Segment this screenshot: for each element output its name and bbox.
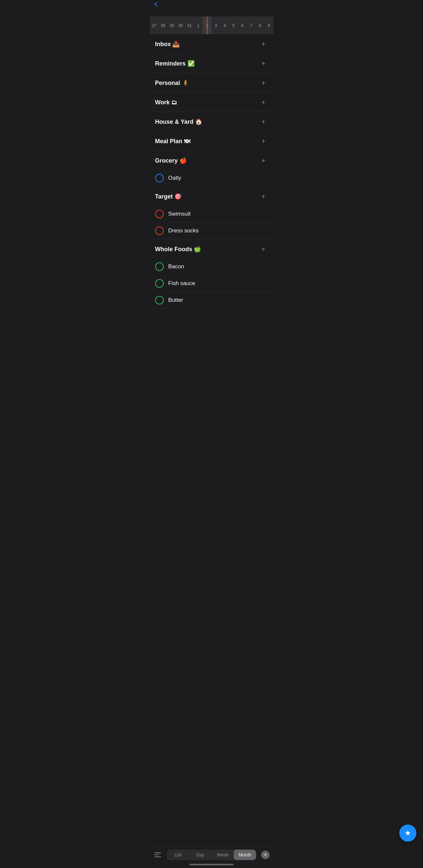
calendar-day[interactable]: 31 xyxy=(185,17,194,34)
section-reminders: Reminders ✅+ xyxy=(150,54,274,73)
calendar-day[interactable]: 2 xyxy=(203,17,212,34)
section-header-work: Work 🗂+ xyxy=(150,92,274,112)
item-label: Fish sauce xyxy=(168,280,195,287)
calendar-day[interactable]: 8 xyxy=(256,17,264,34)
section-header-meal-plan: Meal Plan 🍽+ xyxy=(150,131,274,150)
calendar-strip[interactable]: 2728293031123456789 xyxy=(150,17,274,34)
calendar-day[interactable]: 27 xyxy=(150,17,159,34)
section-header-personal: Personal 🧍+ xyxy=(150,73,274,92)
item-label: Butter xyxy=(168,297,183,304)
list-item: Fish sauce xyxy=(150,275,274,292)
section-title-reminders: Reminders ✅ xyxy=(155,60,195,67)
calendar-day[interactable]: 30 xyxy=(176,17,185,34)
item-checkbox[interactable] xyxy=(155,210,164,218)
section-add-button-meal-plan[interactable]: + xyxy=(259,136,268,146)
list-item: Dress socks xyxy=(150,222,274,239)
section-add-button-house-yard[interactable]: + xyxy=(259,117,268,126)
section-inbox: Inbox 📥+ xyxy=(150,34,274,54)
nav-bar xyxy=(150,0,274,10)
section-target: Target 🎯+SwimsuitDress socks xyxy=(150,187,274,239)
list-container: Inbox 📥+Reminders ✅+Personal 🧍+Work 🗂+Ho… xyxy=(150,34,274,342)
chevron-left-icon xyxy=(154,2,159,7)
calendar-day[interactable]: 5 xyxy=(229,17,238,34)
calendar-day[interactable]: 29 xyxy=(167,17,176,34)
calendar-day[interactable]: 7 xyxy=(247,17,256,34)
section-header-target: Target 🎯+ xyxy=(150,187,274,206)
section-add-button-reminders[interactable]: + xyxy=(259,59,268,68)
section-header-grocery: Grocery 🍎+ xyxy=(150,151,274,170)
item-checkbox[interactable] xyxy=(155,262,164,271)
section-header-house-yard: House & Yard 🏠+ xyxy=(150,112,274,131)
section-add-button-work[interactable]: + xyxy=(259,98,268,107)
item-checkbox[interactable] xyxy=(155,296,164,305)
section-add-button-target[interactable]: + xyxy=(259,192,268,201)
calendar-day[interactable]: 6 xyxy=(238,17,247,34)
section-meal-plan: Meal Plan 🍽+ xyxy=(150,131,274,151)
calendar-day[interactable]: 1 xyxy=(194,17,203,34)
section-header-reminders: Reminders ✅+ xyxy=(150,54,274,73)
section-add-button-whole-foods[interactable]: + xyxy=(259,245,268,254)
calendar-day[interactable]: 28 xyxy=(159,17,167,34)
list-item: Swimsuit xyxy=(150,206,274,222)
section-header-inbox: Inbox 📥+ xyxy=(150,34,274,53)
back-button[interactable] xyxy=(155,3,159,6)
section-add-button-grocery[interactable]: + xyxy=(259,156,268,165)
section-title-target: Target 🎯 xyxy=(155,193,182,200)
section-title-meal-plan: Meal Plan 🍽 xyxy=(155,138,190,145)
calendar-day[interactable]: 3 xyxy=(212,17,220,34)
section-title-house-yard: House & Yard 🏠 xyxy=(155,118,203,125)
section-title-personal: Personal 🧍 xyxy=(155,79,189,87)
section-title-whole-foods: Whole Foods 🍏 xyxy=(155,246,201,253)
section-grocery: Grocery 🍎+Oatly xyxy=(150,151,274,187)
item-label: Swimsuit xyxy=(168,211,191,217)
calendar-day[interactable]: 4 xyxy=(220,17,229,34)
item-checkbox[interactable] xyxy=(155,174,164,182)
section-personal: Personal 🧍+ xyxy=(150,73,274,92)
list-item: Butter xyxy=(150,292,274,308)
section-add-button-inbox[interactable]: + xyxy=(259,39,268,49)
item-label: Bacon xyxy=(168,263,184,270)
section-title-grocery: Grocery 🍎 xyxy=(155,157,187,164)
section-add-button-personal[interactable]: + xyxy=(259,78,268,88)
item-checkbox[interactable] xyxy=(155,226,164,235)
list-item: Oatly xyxy=(150,170,274,186)
item-label: Dress socks xyxy=(168,227,199,234)
section-work: Work 🗂+ xyxy=(150,92,274,112)
calendar-day[interactable]: 9 xyxy=(264,17,274,34)
section-title-inbox: Inbox 📥 xyxy=(155,40,180,48)
section-house-yard: House & Yard 🏠+ xyxy=(150,112,274,131)
section-header-whole-foods: Whole Foods 🍏+ xyxy=(150,239,274,258)
item-checkbox[interactable] xyxy=(155,279,164,288)
item-label: Oatly xyxy=(168,175,181,181)
section-whole-foods: Whole Foods 🍏+BaconFish sauceButter xyxy=(150,239,274,309)
list-item: Bacon xyxy=(150,258,274,275)
date-header xyxy=(150,10,274,17)
section-title-work: Work 🗂 xyxy=(155,99,177,106)
